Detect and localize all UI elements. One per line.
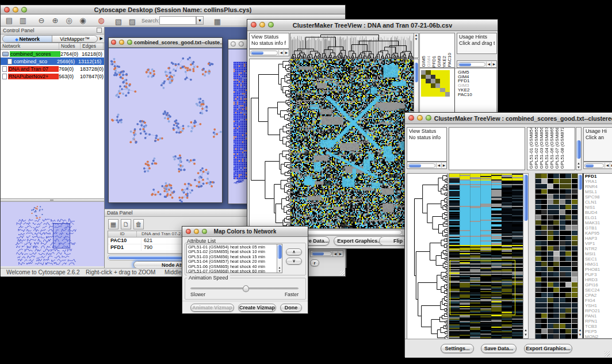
tv1-usage-scrollbar[interactable]: ◄► (457, 60, 497, 68)
dialog-title: Map Colors to Network (214, 228, 277, 235)
main-titlebar[interactable]: Cytoscape Desktop (Session Name: collins… (1, 5, 345, 14)
tv2-gene-label: HAP3 (584, 236, 612, 241)
tv1-column-dendrogram[interactable] (290, 33, 414, 59)
tv2-zoom-vscroll[interactable]: ▲▼ (577, 173, 583, 339)
network-name: combined_sco (13, 59, 57, 64)
tv2-gene-label: HMG1 (584, 262, 612, 267)
tv1-titlebar[interactable]: ClusterMaker TreeView : DNA and Tran 07-… (247, 20, 498, 31)
column-header-network[interactable]: Network (1, 43, 59, 49)
resize-grip[interactable] (340, 271, 345, 275)
annotation-icon[interactable]: ▨ (127, 17, 137, 27)
animate-vizmap-button[interactable]: Animate Vizmap (190, 304, 234, 312)
zoom-selected-icon[interactable]: ◉ (78, 16, 88, 26)
fragment-button[interactable]: r (310, 259, 319, 266)
minimize-button[interactable] (417, 115, 423, 121)
network-table-header: NetworkNodesEdges (1, 43, 104, 50)
tv1-export-graphics-button[interactable]: Export Graphics... (334, 236, 385, 246)
minimize-button[interactable] (194, 229, 199, 234)
trash-icon[interactable]: 🗑 (133, 219, 144, 229)
network-list-item[interactable]: DNA and Tran 07769(0)183728(0) (1, 65, 104, 72)
zoom-button[interactable] (268, 22, 274, 28)
minimize-button[interactable] (119, 40, 124, 45)
tv2-gene-label: TCB3 (584, 324, 612, 329)
float-panel-icon[interactable] (97, 28, 102, 33)
open-session-icon[interactable]: ▤ (4, 16, 14, 26)
zoom-in-icon[interactable]: ⊕ (50, 16, 60, 26)
tv1-zoom-heatmap[interactable] (421, 70, 450, 97)
close-button[interactable] (186, 229, 191, 234)
tv2-gene-label: MAK31 (584, 220, 612, 225)
tv2-save-data-button[interactable]: Save Data... (481, 344, 517, 353)
tv1-heatmap[interactable] (290, 59, 414, 229)
save-session-icon[interactable]: ▥ (18, 16, 28, 26)
dp-col-id[interactable]: ID (108, 231, 137, 237)
attribute-listbox[interactable]: GPL51-01 (GSM854) heat shock 05 minGPL51… (186, 244, 282, 273)
tv2-gene-label: GTB1 (584, 225, 612, 231)
network-overview-thumbnail[interactable] (1, 202, 104, 266)
attribute-browser-icon[interactable]: ▦ (212, 17, 223, 27)
table-icon[interactable]: ▦ (108, 219, 118, 229)
zoom-button[interactable] (426, 115, 431, 121)
tv2-export-graphics-button[interactable]: Export Graphics... (524, 344, 572, 353)
minimize-button[interactable] (259, 22, 265, 28)
animation-speed-slider[interactable] (190, 288, 299, 289)
search-input[interactable] (159, 16, 196, 25)
zoom-button[interactable] (127, 40, 132, 45)
create-vizmap-button[interactable]: Create Vizmap (238, 304, 276, 312)
tv2-gene-label: FIG4 (584, 298, 612, 303)
tv1-status-scrollbar[interactable]: ◄► (249, 49, 289, 56)
close-button[interactable] (408, 115, 414, 121)
zoom-cell (440, 75, 445, 79)
tv1-row-dendrogram[interactable] (249, 59, 290, 229)
tv2-row-dendrogram[interactable] (407, 173, 448, 340)
column-header-edges[interactable]: Edges (81, 43, 104, 49)
close-button[interactable] (4, 7, 10, 13)
resize-grip[interactable] (605, 351, 610, 357)
network-list-item[interactable]: RNAPuberNov2+563(0)107847(0) (1, 72, 104, 80)
help-lifering-icon[interactable]: ◍ (96, 16, 106, 26)
tv2-titlebar[interactable]: ClusterMaker TreeView : combined_scores_… (405, 113, 612, 124)
network-list-item[interactable]: combined_sco2569(6)13112(15) (1, 58, 104, 65)
tv2-heatmap-vscroll[interactable]: ▲▼ (523, 173, 529, 339)
tv1-col-label: GIM3 (437, 56, 442, 67)
new-doc-icon[interactable]: 🗋 (121, 219, 131, 229)
tv2-heatmap[interactable] (449, 173, 523, 340)
data-row-id: PFD1 (108, 244, 141, 251)
close-button[interactable] (111, 40, 116, 45)
scroll-left-arrow[interactable]: ◄ (332, 251, 338, 256)
minimize-button[interactable] (13, 7, 18, 13)
move-up-button[interactable]: ∧ (286, 248, 302, 255)
zoom-cell (445, 79, 450, 83)
network-edges-count: 183728(0) (80, 66, 104, 72)
tv2-status-scrollbar[interactable]: ◄► (407, 162, 447, 169)
tv1-view-status: View StatusNo status info f (249, 33, 289, 49)
scroll-right-arrow[interactable]: ► (338, 251, 343, 256)
zoom-button[interactable] (21, 7, 27, 13)
tab-more-button[interactable]: ▶ (100, 36, 103, 41)
tv1-small-vscroll[interactable]: ▲▼ (414, 33, 419, 58)
tv2-col-label: GPL51-08 (GSM872) (560, 127, 565, 169)
close-button[interactable] (251, 22, 257, 28)
done-button[interactable]: Done (280, 304, 302, 312)
network-window-1[interactable]: combined_scores_good.txt--cluste... (108, 37, 223, 203)
tv2-zoom-heatmap[interactable] (535, 173, 579, 340)
slider-thumb[interactable] (243, 285, 249, 292)
column-header-nodes[interactable]: Nodes (59, 43, 81, 49)
zoom-fit-icon[interactable]: ◎ (64, 16, 74, 26)
move-down-button[interactable]: ∨ (286, 258, 302, 265)
tv2-column-labels-vscroll[interactable]: ▲▼ (576, 127, 582, 170)
network-name: DNA and Tran 07 (8, 66, 59, 72)
network-graph-view[interactable] (109, 48, 222, 203)
tv2-usage-scrollbar[interactable]: ◄► (583, 162, 612, 169)
tab-vizmapper[interactable]: VizMapper™ (52, 36, 97, 42)
network-list-item[interactable]: combined_scores2764(0)16218(0) (1, 50, 104, 58)
dialog-titlebar[interactable]: Map Colors to Network (182, 227, 308, 237)
zoom-button[interactable] (202, 229, 207, 234)
cytopanel-icon[interactable]: ▧ (113, 17, 124, 27)
zoom-out-icon[interactable]: ⊖ (36, 16, 47, 26)
search-dropdown-button[interactable]: ▼ (196, 16, 204, 25)
tv2-settings-button[interactable]: Settings... (441, 344, 474, 353)
tab-network[interactable]: ◈ Network (3, 36, 52, 42)
tv2-gene-label: MON2 (584, 334, 612, 339)
attribute-item[interactable]: GPL51-07 (GSM868) heat shock 60 min (188, 269, 281, 273)
